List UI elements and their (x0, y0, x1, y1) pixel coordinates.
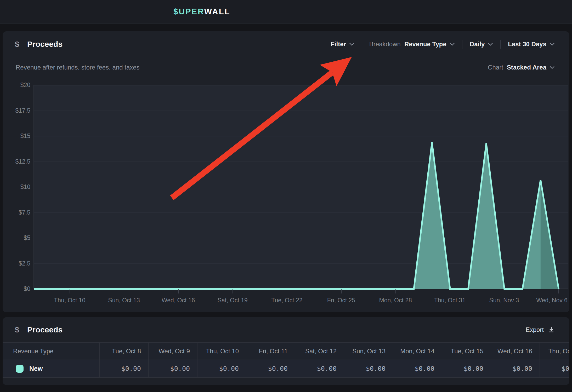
x-axis-label: Fri, Oct 25 (327, 297, 355, 304)
breakdown-control[interactable]: Breakdown Revenue Type (369, 41, 455, 48)
chart-panel-title: Proceeds (27, 40, 63, 49)
table-cell: $0.00 (148, 360, 197, 377)
y-axis-label: $2.5 (8, 260, 30, 267)
area-series (34, 85, 568, 289)
top-nav-bar: $UPERWALL (0, 0, 572, 24)
x-axis-label: Wed, Oct 16 (162, 297, 195, 304)
table-panel-title: Proceeds (27, 325, 63, 334)
interval-value: Daily (470, 41, 485, 48)
table-header-cell: Thu, Oct 17 (540, 343, 569, 360)
dollar-icon: $ (13, 40, 21, 49)
table-header-cell: Tue, Oct 15 (442, 343, 491, 360)
x-axis-label: Sun, Nov 3 (489, 297, 519, 304)
table-cell: $0.00 (197, 360, 246, 377)
divider (362, 40, 362, 49)
x-axis-label: Thu, Oct 10 (54, 297, 85, 304)
x-axis-tick (341, 289, 342, 293)
table-cell: $0.00 (393, 360, 442, 377)
interval-control[interactable]: Daily (470, 41, 493, 48)
divider (323, 40, 323, 49)
breakdown-value: Revenue Type (404, 41, 446, 48)
table-cell: $0.00 (295, 360, 344, 377)
x-axis-label: Sun, Oct 13 (108, 297, 140, 304)
chevron-down-icon (349, 43, 354, 46)
x-axis-tick (558, 289, 559, 293)
divider (500, 40, 501, 49)
filter-label: Filter (331, 41, 346, 48)
chart-subheader: Revenue after refunds, store fees, and t… (3, 57, 569, 71)
revenue-table: Revenue TypeTue, Oct 8Wed, Oct 9Thu, Oct… (3, 342, 569, 378)
x-axis-tick (124, 289, 124, 293)
table-header-cell: Wed, Oct 16 (491, 343, 540, 360)
table-header-cell: Sun, Oct 13 (344, 343, 393, 360)
export-label: Export (526, 326, 544, 333)
chart-type-label: Chart (488, 64, 503, 71)
table-row-label-cell: New (3, 360, 99, 377)
superwall-logo[interactable]: $UPERWALL (173, 7, 230, 16)
x-axis-tick (233, 289, 233, 293)
x-axis-label: Wed, Nov 6 (536, 297, 568, 304)
x-axis-label: Tue, Oct 22 (271, 297, 302, 304)
x-axis-label: Mon, Oct 28 (379, 297, 412, 304)
table-cell: $0.00 (246, 360, 295, 377)
breakdown-label: Breakdown (369, 41, 401, 48)
filter-control[interactable]: Filter (331, 41, 354, 48)
table-cell: $0.00 (491, 360, 540, 377)
logo-rest-text: WALL (204, 7, 230, 16)
plot-area[interactable] (33, 85, 568, 289)
x-axis-label: Thu, Oct 31 (434, 297, 466, 304)
table-header-cell: Tue, Oct 8 (99, 343, 148, 360)
y-axis-label: $5 (8, 234, 30, 241)
proceeds-table-panel: $ Proceeds Export Revenue TypeTue, Oct 8… (3, 317, 569, 385)
logo-accent-text: $UPER (173, 7, 204, 16)
x-axis-tick (178, 289, 179, 293)
chevron-down-icon (488, 43, 493, 46)
y-axis-label: $15 (8, 132, 30, 139)
table-header-cell: Wed, Oct 9 (148, 343, 197, 360)
export-button[interactable]: Export (526, 326, 555, 333)
x-axis-tick (287, 289, 287, 293)
chevron-down-icon (450, 43, 455, 46)
table-header-cell: Sat, Oct 12 (295, 343, 344, 360)
table-cell: $0.00 (442, 360, 491, 377)
table-cell: $0.00 (344, 360, 393, 377)
y-axis-label: $12.5 (8, 158, 30, 165)
table-header-cell: Thu, Oct 10 (197, 343, 246, 360)
chevron-down-icon (550, 66, 555, 69)
chart-type-control[interactable]: Chart Stacked Area (488, 64, 555, 71)
table-header-cell: Fri, Oct 11 (246, 343, 295, 360)
x-axis-tick (70, 289, 70, 293)
chart-subtitle: Revenue after refunds, store fees, and t… (16, 64, 140, 71)
table-cell: $0.00 (99, 360, 148, 377)
chevron-down-icon (550, 43, 555, 46)
x-axis-label: Sat, Oct 19 (218, 297, 248, 304)
y-axis-label: $0 (8, 285, 30, 292)
chart-panel-header: $ Proceeds Filter Breakdown Revenue Type… (3, 31, 569, 57)
table-panel-header: $ Proceeds Export (3, 317, 569, 342)
download-icon (548, 326, 555, 333)
x-axis-tick (450, 289, 450, 293)
table-header-cell: Revenue Type (3, 343, 99, 360)
table-cell: $0.00 (540, 360, 569, 377)
y-axis-label: $7.5 (8, 209, 30, 216)
y-axis-label: $17.5 (8, 107, 30, 114)
y-axis-label: $20 (8, 82, 30, 88)
date-range-control[interactable]: Last 30 Days (508, 41, 555, 48)
y-axis-label: $10 (8, 183, 30, 190)
x-axis-tick (395, 289, 396, 293)
dollar-icon: $ (13, 325, 21, 334)
series-label: New (29, 365, 43, 372)
series-swatch (16, 365, 24, 373)
x-axis-tick (504, 289, 504, 293)
chart-type-value: Stacked Area (507, 64, 546, 71)
chart-controls: Filter Breakdown Revenue Type Daily (316, 40, 555, 49)
date-range-value: Last 30 Days (508, 41, 546, 48)
divider (462, 40, 462, 49)
table-header-cell: Mon, Oct 14 (393, 343, 442, 360)
